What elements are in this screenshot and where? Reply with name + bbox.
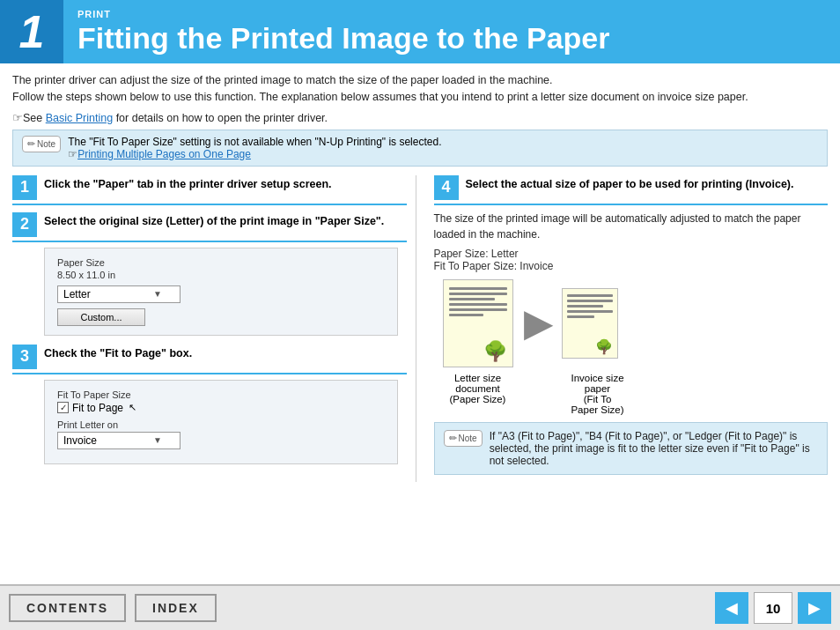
see-link-line: ☞See Basic Printing for details on how t… xyxy=(12,111,828,124)
invoice-doc-page: 🌳 xyxy=(562,288,618,359)
right-column: 4 Select the actual size of paper to be … xyxy=(431,175,829,482)
index-button[interactable]: INDEX xyxy=(135,594,217,622)
invoice-label-block: Invoice size paper (Fit To Paper Size) xyxy=(570,373,626,415)
step-1-number: 1 xyxy=(12,175,37,200)
intro-line1: The printer driver can adjust the size o… xyxy=(12,74,553,86)
small-doc-line-3 xyxy=(567,305,604,308)
invoice-label: Invoice size paper xyxy=(570,373,626,394)
letter-label: Letter size document xyxy=(443,373,513,394)
header-title: Fitting the Printed Image to the Paper xyxy=(77,21,610,56)
invoice-tree-icon: 🌳 xyxy=(567,340,613,354)
invoice-label2: (Fit To Paper Size) xyxy=(570,394,626,415)
select-arrow-icon: ▼ xyxy=(153,289,162,299)
arrow-right-icon: ▶ xyxy=(524,303,551,344)
step-2-block: 2 Select the original size (Letter) of t… xyxy=(12,212,407,336)
bottom-note-label: Note xyxy=(459,434,477,443)
paper-size-subtext: 8.50 x 11.0 in xyxy=(57,270,385,280)
note-box: ✏ Note The "Fit To Paper Size" setting i… xyxy=(12,130,828,167)
intro-paragraph: The printer driver can adjust the size o… xyxy=(12,72,828,106)
see-text: See xyxy=(23,112,46,124)
bottom-note-text: If "A3 (Fit to Page)", "B4 (Fit to Page)… xyxy=(490,430,818,467)
footer: CONTENTS INDEX ◀ 10 ▶ xyxy=(0,584,840,630)
bottom-note-box: ✏ Note If "A3 (Fit to Page)", "B4 (Fit t… xyxy=(434,422,829,475)
see-rest: for details on how to open the printer d… xyxy=(113,112,328,124)
fit-to-page-label: Fit to Page xyxy=(72,402,123,414)
prev-page-button[interactable]: ◀ xyxy=(715,592,748,624)
step-1-text: Click the "Paper" tab in the printer dri… xyxy=(44,175,332,193)
step-3-text: Check the "Fit to Page" box. xyxy=(44,345,192,362)
fit-to-page-checkbox[interactable]: ✓ xyxy=(57,402,69,413)
note-label: Note xyxy=(37,139,55,149)
doc-line-1 xyxy=(449,287,507,290)
cursor-icon: ↖ xyxy=(129,402,136,413)
step-4-header: 4 Select the actual size of paper to be … xyxy=(434,175,829,205)
page-header: 1 PRINT Fitting the Printed Image to the… xyxy=(0,0,840,63)
bottom-note-icon: ✏ Note xyxy=(444,430,483,447)
step-1-header: 1 Click the "Paper" tab in the printer d… xyxy=(12,175,407,205)
pencil-icon: ✏ xyxy=(27,138,35,150)
small-doc-line-4 xyxy=(567,310,613,313)
step-2-text: Select the original size (Letter) of the… xyxy=(44,212,384,230)
next-page-button[interactable]: ▶ xyxy=(798,592,831,624)
fit-to-paper-label: Fit To Paper Size xyxy=(57,389,385,400)
print-letter-on-label: Print Letter on xyxy=(57,419,385,430)
page-number: 10 xyxy=(754,592,792,624)
custom-button[interactable]: Custom... xyxy=(57,308,145,326)
letter-label2: (Paper Size) xyxy=(443,394,513,404)
doc-line-6 xyxy=(449,314,484,316)
left-column: 1 Click the "Paper" tab in the printer d… xyxy=(12,175,416,482)
step-4-number: 4 xyxy=(434,175,459,200)
step-4-text: Select the actual size of paper to be us… xyxy=(466,175,794,193)
paper-size-select-value: Letter xyxy=(63,288,91,300)
fit-to-page-row: ✓ Fit to Page ↖ xyxy=(57,402,385,414)
step-4-subdesc: The size of the printed image will be au… xyxy=(434,211,829,242)
small-doc-line-1 xyxy=(567,294,613,297)
small-doc-line-2 xyxy=(567,300,613,302)
paper-sizes-text: Paper Size: Letter Fit To Paper Size: In… xyxy=(434,248,829,272)
print-on-select[interactable]: Invoice ▼ xyxy=(57,432,181,449)
step-2-header: 2 Select the original size (Letter) of t… xyxy=(12,212,407,242)
doc-labels: Letter size document (Paper Size) Invoic… xyxy=(443,373,829,415)
header-title-block: PRINT Fitting the Printed Image to the P… xyxy=(63,0,624,63)
footer-navigation: ◀ 10 ▶ xyxy=(715,592,831,624)
step-3-header: 3 Check the "Fit to Page" box. xyxy=(12,345,407,374)
letter-tree-icon: 🌳 xyxy=(449,342,507,361)
doc-line-2 xyxy=(449,293,507,295)
step-3-block: 3 Check the "Fit to Page" box. Fit To Pa… xyxy=(12,345,407,464)
doc-line-5 xyxy=(449,308,507,311)
header-subtitle: PRINT xyxy=(77,9,610,19)
step-3-number: 3 xyxy=(12,345,37,369)
basic-printing-link[interactable]: Basic Printing xyxy=(46,112,113,124)
small-doc-line-5 xyxy=(567,315,594,318)
intro-line2: Follow the steps shown below to use this… xyxy=(12,91,748,103)
letter-label-block: Letter size document (Paper Size) xyxy=(443,373,513,404)
note-content: The "Fit To Paper Size" setting is not a… xyxy=(68,136,818,160)
note-link[interactable]: Printing Multiple Pages on One Page xyxy=(77,148,251,160)
letter-doc-page: 🌳 xyxy=(443,279,513,367)
fit-to-paper-invoice: Fit To Paper Size: Invoice xyxy=(434,260,554,272)
paper-size-label: Paper Size xyxy=(57,257,385,268)
select-arrow-icon-2: ▼ xyxy=(153,435,162,445)
step-2-number: 2 xyxy=(12,212,37,237)
bottom-pencil-icon: ✏ xyxy=(449,433,457,444)
paper-size-letter: Paper Size: Letter xyxy=(434,248,519,260)
note-icon: ✏ Note xyxy=(22,136,61,152)
note-text: The "Fit To Paper Size" setting is not a… xyxy=(68,136,818,148)
paper-size-select[interactable]: Letter ▼ xyxy=(57,285,181,303)
document-illustration: 🌳 ▶ 🌳 xyxy=(443,279,829,367)
step-4-block: 4 Select the actual size of paper to be … xyxy=(434,175,829,475)
doc-line-4 xyxy=(449,303,507,306)
main-content: The printer driver can adjust the size o… xyxy=(0,63,840,482)
print-on-select-value: Invoice xyxy=(63,434,97,447)
step-2-ui: Paper Size 8.50 x 11.0 in Letter ▼ Custo… xyxy=(44,248,398,336)
step-3-ui: Fit To Paper Size ✓ Fit to Page ↖ Print … xyxy=(44,380,398,464)
step-1-block: 1 Click the "Paper" tab in the printer d… xyxy=(12,175,407,205)
two-column-layout: 1 Click the "Paper" tab in the printer d… xyxy=(12,175,828,482)
chapter-number: 1 xyxy=(0,0,63,63)
doc-line-3 xyxy=(449,298,496,300)
contents-button[interactable]: CONTENTS xyxy=(9,594,126,622)
